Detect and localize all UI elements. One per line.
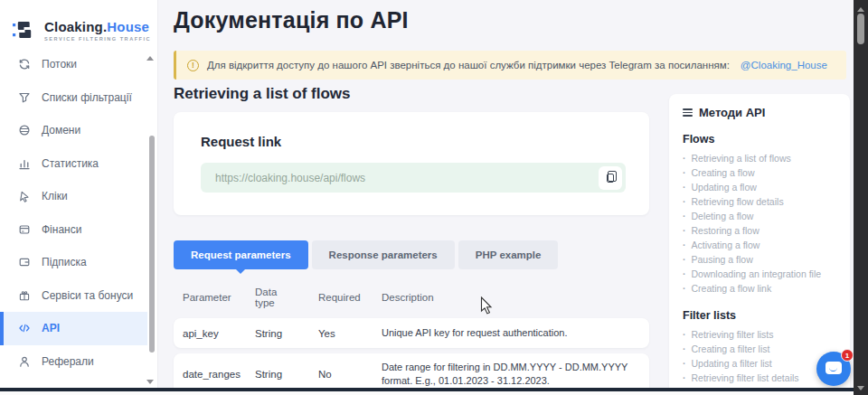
sync-icon [18,58,31,71]
request-link-card: Request link https://cloaking.house/api/… [174,112,649,215]
method-link[interactable]: Pausing a flow [683,252,836,267]
cell-required: Yes [309,328,373,339]
method-link[interactable]: Deleting a flow [683,209,836,223]
cell-parameter: date_ranges [174,369,246,380]
tab-request-parameters[interactable]: Request parameters [174,240,308,269]
copy-button[interactable] [599,166,622,190]
method-link[interactable]: Retrieving filter lists [683,327,836,342]
methods-panel-title: Методи API [699,106,765,119]
cell-description: Date range for filtering in DD.MM.YYYY -… [373,361,649,388]
sidebar-item-subscription[interactable]: Підписка [0,246,147,279]
wallet-icon [18,256,31,268]
api-methods-panel: Методи API Flows Retrieving a list of fl… [669,94,850,388]
tab-bar: Request parameters Response parameters P… [174,240,558,269]
chat-notification-badge: 1 [841,349,854,362]
cell-data-type: String [246,328,309,339]
table-row: api_key String Yes Unique API key for re… [174,318,649,348]
main-content: Документація по API Для відкриття доступ… [158,0,854,395]
sidebar-item-label: Потоки [42,58,77,71]
chat-bubble-icon [826,362,842,374]
sidebar-item-label: Реферали [42,355,94,368]
section-title: Retrieving a list of flows [174,85,351,103]
request-url: https://cloaking.house/api/flows [215,172,365,184]
column-header-data-type: Data type [246,287,309,308]
code-icon [18,322,31,334]
banner-text: Для відкриття доступу до нашого API звер… [207,60,730,71]
flows-method-list: Retrieving a list of flows Creating a fl… [683,151,836,296]
request-url-box: https://cloaking.house/api/flows [201,163,626,193]
globe-icon [18,124,31,136]
sidebar-scroll-up-icon[interactable] [146,52,154,61]
sidebar-item-api[interactable]: API [0,312,147,345]
sidebar: Cloaking.House SERVICE FILTERING TRAFFIC… [0,0,158,388]
cell-description: Unique API key for request authenticatio… [373,326,649,340]
cell-data-type: String [246,369,309,380]
sidebar-item-label: Статистика [42,157,99,170]
scrollbar-thumb[interactable] [857,14,864,44]
method-link[interactable]: Updating a filter list [683,356,836,371]
brand-name: Cloaking.House [44,19,151,34]
sidebar-item-flows[interactable]: Потоки [0,48,147,81]
sidebar-item-referrals[interactable]: Реферали [0,345,147,379]
method-link[interactable]: Retrieving filter list details [683,371,836,385]
brand-logo-icon [12,17,37,42]
sidebar-item-statistics[interactable]: Статистика [0,147,147,181]
cell-parameter: api_key [174,328,246,339]
filter-lists-method-list: Retrieving filter lists Creating a filte… [683,327,836,388]
sidebar-item-finances[interactable]: Фінанси [0,213,147,247]
column-header-parameter: Parameter [174,292,246,303]
scroll-up-icon[interactable] [857,4,864,12]
sidebar-item-label: Списки фільтрації [42,91,132,104]
sidebar-item-label: API [42,322,60,334]
sidebar-item-clicks[interactable]: Кліки [0,180,147,213]
tab-response-parameters[interactable]: Response parameters [312,240,455,269]
tab-php-example[interactable]: PHP example [458,240,559,269]
sidebar-item-domains[interactable]: Домени [0,114,147,147]
method-link[interactable]: Activating a flow [683,238,836,252]
request-link-title: Request link [201,134,626,149]
person-icon [18,355,31,368]
method-link[interactable]: Downloading an integration file [683,267,836,281]
scroll-down-icon[interactable] [857,386,864,394]
method-link[interactable]: Updating a flow [683,180,836,194]
credit-card-icon [18,223,31,236]
column-header-description: Description [373,292,649,303]
cell-required: No [309,369,373,380]
brand-tagline: SERVICE FILTERING TRAFFIC [44,36,151,42]
method-link[interactable]: Restoring a flow [683,223,836,238]
chat-widget-button[interactable]: 1 [816,352,851,386]
telegram-link[interactable]: @Cloaking_House [741,60,827,71]
method-link[interactable]: Creating a flow [683,165,836,180]
sidebar-scroll-down-icon[interactable] [146,380,154,388]
funnel-icon [18,91,31,104]
app-window: Cloaking.House SERVICE FILTERING TRAFFIC… [0,0,868,395]
sidebar-menu: Потоки Списки фільтрації Домени Статисти… [0,48,157,378]
sidebar-item-label: Сервіси та бонуси [42,289,133,302]
method-link[interactable]: Creating a filter list [683,342,836,356]
table-header: Parameter Data type Required Description [174,279,649,315]
sidebar-item-services-bonuses[interactable]: Сервіси та бонуси [0,279,147,313]
method-link[interactable]: Creating a flow link [683,281,836,296]
sidebar-item-label: Домени [42,124,80,136]
browser-scrollbar[interactable] [854,0,868,395]
list-icon [683,107,693,118]
sidebar-item-label: Кліки [42,190,68,202]
warning-icon [187,60,199,71]
info-banner: Для відкриття доступу до нашого API звер… [174,51,846,80]
window-bottom-strip [0,391,854,395]
column-header-required: Required [309,292,373,303]
sidebar-item-label: Фінанси [42,223,81,236]
sidebar-item-filter-lists[interactable]: Списки фільтрації [0,81,147,115]
brand-logo[interactable]: Cloaking.House SERVICE FILTERING TRAFFIC [0,0,157,48]
methods-panel-header: Методи API [683,106,836,119]
page-title: Документація по API [174,7,409,33]
sidebar-scrollbar-thumb[interactable] [149,136,155,353]
cursor-icon [18,190,31,202]
method-link[interactable]: Retrieving a list of flows [683,151,836,165]
bar-chart-icon [18,157,31,170]
methods-section-filter-lists: Filter lists [683,309,836,322]
method-link[interactable]: Retrieving flow details [683,194,836,209]
gift-icon [18,289,31,302]
copy-icon [607,174,614,183]
methods-section-flows: Flows [683,133,836,146]
